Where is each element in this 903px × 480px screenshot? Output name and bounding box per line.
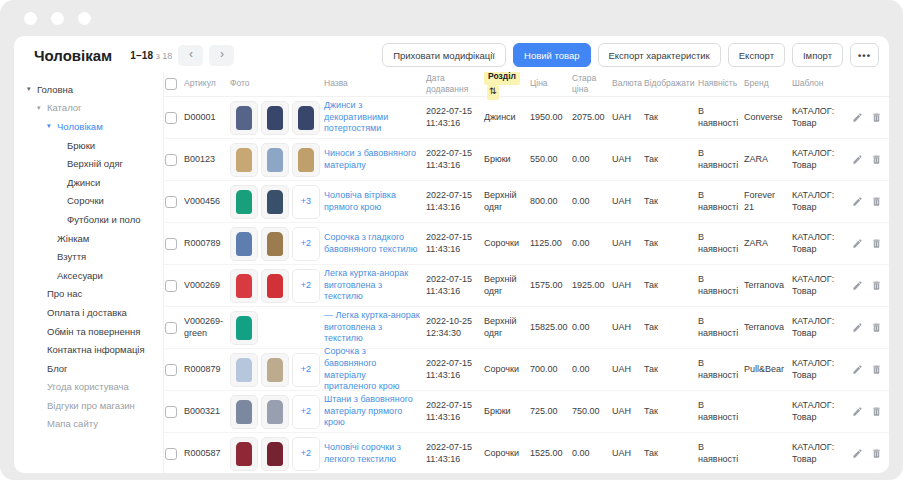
product-photo[interactable] (292, 143, 320, 177)
sidebar-item[interactable]: ▾Головна (14, 80, 163, 99)
product-name-link[interactable]: Штани з бавовняного матеріалу прямого кр… (324, 394, 413, 427)
col-header-price[interactable]: Ціна (530, 78, 572, 89)
sidebar-item[interactable]: ▾Відгуки про магазин (14, 396, 163, 415)
more-photos-badge[interactable]: +2 (292, 353, 320, 387)
row-checkbox[interactable] (165, 406, 177, 418)
sidebar-item[interactable]: ▾Обмін та повернення (14, 322, 163, 341)
more-photos-badge[interactable]: +2 (292, 395, 320, 429)
col-header-photo[interactable]: Фото (230, 78, 324, 89)
edit-icon[interactable] (852, 364, 863, 375)
col-header-section[interactable]: Розділ⇅ (484, 72, 530, 100)
more-photos-badge[interactable]: +2 (292, 227, 320, 261)
row-checkbox[interactable] (165, 448, 177, 460)
export-attributes-button[interactable]: Експорт характеристик (598, 43, 721, 67)
sidebar-item[interactable]: ▾Блог (14, 359, 163, 378)
edit-icon[interactable] (852, 448, 863, 459)
sidebar-item[interactable]: ▾Про нас (14, 285, 163, 304)
delete-icon[interactable] (871, 322, 882, 333)
product-photo[interactable] (230, 227, 258, 261)
export-button[interactable]: Експорт (728, 43, 785, 67)
sidebar-item[interactable]: ▾Каталог (14, 99, 163, 118)
new-product-button[interactable]: Новий товар (513, 43, 590, 67)
product-name-link[interactable]: Легка куртка-анорак виготовлена з тексти… (324, 268, 408, 301)
row-checkbox[interactable] (165, 322, 177, 334)
row-checkbox[interactable] (165, 112, 177, 124)
delete-icon[interactable] (871, 406, 882, 417)
delete-icon[interactable] (871, 448, 882, 459)
sidebar-item[interactable]: ▾Взуття (14, 247, 163, 266)
window-dot-icon[interactable] (24, 12, 37, 25)
window-dot-icon[interactable] (78, 12, 91, 25)
delete-icon[interactable] (871, 238, 882, 249)
col-header-date[interactable]: Дата додавання (426, 73, 484, 95)
col-header-currency[interactable]: Валюта (612, 78, 644, 89)
row-checkbox[interactable] (165, 154, 177, 166)
more-photos-badge[interactable]: +2 (292, 269, 320, 303)
col-header-display[interactable]: Відображати (644, 78, 698, 89)
sidebar-item[interactable]: ▾Джинси (14, 173, 163, 192)
product-photo[interactable] (261, 101, 289, 135)
edit-icon[interactable] (852, 322, 863, 333)
delete-icon[interactable] (871, 112, 882, 123)
product-photo[interactable] (261, 185, 289, 219)
more-photos-badge[interactable]: +2 (292, 437, 320, 471)
sort-icon[interactable]: ⇅ (487, 85, 499, 100)
more-photos-badge[interactable]: +3 (292, 185, 320, 219)
sidebar-item[interactable]: ▾Сорочки (14, 192, 163, 211)
sidebar-item[interactable]: ▾Аксесуари (14, 266, 163, 285)
sidebar-item[interactable]: ▾Угода користувача (14, 378, 163, 397)
delete-icon[interactable] (871, 196, 882, 207)
hide-modifications-button[interactable]: Приховати модифікації (382, 43, 506, 67)
product-photo[interactable] (230, 143, 258, 177)
col-header-old-price[interactable]: Стара ціна (572, 73, 612, 95)
edit-icon[interactable] (852, 196, 863, 207)
product-photo[interactable] (261, 353, 289, 387)
product-name-link[interactable]: — Легка куртка-анорак виготовлена з текс… (324, 310, 420, 343)
prev-page-button[interactable]: ‹ (178, 45, 203, 66)
product-name-link[interactable]: Джинси з декоративними потертостями (324, 100, 388, 133)
product-photo[interactable] (230, 437, 258, 471)
edit-icon[interactable] (852, 406, 863, 417)
delete-icon[interactable] (871, 154, 882, 165)
delete-icon[interactable] (871, 280, 882, 291)
sidebar-item[interactable]: ▾Жінкам (14, 229, 163, 248)
select-all-checkbox[interactable] (165, 78, 177, 90)
sidebar-item[interactable]: ▾Брюки (14, 136, 163, 155)
import-button[interactable]: Імпорт (792, 43, 843, 67)
product-photo[interactable] (261, 437, 289, 471)
window-dot-icon[interactable] (51, 12, 64, 25)
product-photo[interactable] (230, 353, 258, 387)
row-checkbox[interactable] (165, 196, 177, 208)
product-name-link[interactable]: Чоловічі сорочки з легкого текстилю (324, 442, 401, 464)
sidebar-item[interactable]: ▾Оплата і доставка (14, 303, 163, 322)
sidebar-item[interactable]: ▾Верхній одяг (14, 154, 163, 173)
edit-icon[interactable] (852, 112, 863, 123)
product-photo[interactable] (292, 101, 320, 135)
edit-icon[interactable] (852, 154, 863, 165)
sidebar-item[interactable]: ▾Мапа сайту (14, 415, 163, 434)
row-checkbox[interactable] (165, 238, 177, 250)
next-page-button[interactable]: › (209, 45, 234, 66)
col-header-brand[interactable]: Бренд (744, 78, 792, 89)
sidebar-item[interactable]: ▾Чоловікам (14, 117, 163, 136)
col-header-template[interactable]: Шаблон (792, 78, 852, 89)
delete-icon[interactable] (871, 364, 882, 375)
product-photo[interactable] (230, 185, 258, 219)
product-name-link[interactable]: Сорочка з бавовняного матеріалу притален… (324, 346, 399, 391)
product-photo[interactable] (230, 269, 258, 303)
product-photo[interactable] (261, 143, 289, 177)
sidebar-item[interactable]: ▾Контактна інформація (14, 340, 163, 359)
product-name-link[interactable]: Чоловіча вітрівка прямого крою (324, 190, 396, 212)
more-button[interactable]: ••• (850, 43, 879, 67)
product-photo[interactable] (261, 227, 289, 261)
edit-icon[interactable] (852, 280, 863, 291)
product-photo[interactable] (230, 395, 258, 429)
product-photo[interactable] (230, 311, 258, 345)
row-checkbox[interactable] (165, 364, 177, 376)
row-checkbox[interactable] (165, 280, 177, 292)
product-photo[interactable] (261, 269, 289, 303)
product-photo[interactable] (261, 395, 289, 429)
col-header-name[interactable]: Назва (324, 78, 426, 89)
col-header-sku[interactable]: Артикул (184, 78, 230, 89)
product-photo[interactable] (230, 101, 258, 135)
